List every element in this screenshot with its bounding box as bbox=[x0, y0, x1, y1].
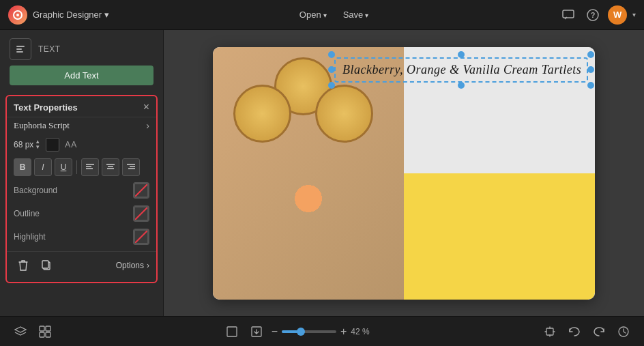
tp-italic-button[interactable]: I bbox=[34, 158, 52, 176]
zoom-plus-button[interactable]: + bbox=[340, 326, 347, 338]
comment-button[interactable] bbox=[559, 5, 578, 25]
clock-button[interactable] bbox=[614, 322, 633, 341]
tp-format-row: B I U bbox=[7, 156, 156, 179]
svg-rect-2 bbox=[563, 10, 574, 18]
svg-rect-25 bbox=[546, 328, 553, 335]
svg-rect-20 bbox=[46, 326, 50, 331]
open-button[interactable]: Open bbox=[293, 7, 334, 23]
main-area: TEXT Add Text Text Properties × Euphoria… bbox=[0, 30, 644, 316]
crop-button[interactable] bbox=[222, 322, 241, 341]
zoom-slider-fill bbox=[282, 330, 298, 333]
text-properties-panel: Text Properties × Euphoria Script › 68 p… bbox=[5, 95, 158, 283]
tp-outline-label: Outline bbox=[14, 209, 40, 218]
zoom-minus-button[interactable]: − bbox=[272, 326, 278, 338]
tp-align-left-button[interactable] bbox=[81, 158, 99, 176]
tp-bottom-icons bbox=[14, 256, 56, 275]
tp-size-stepper[interactable]: ▲▼ bbox=[35, 139, 40, 150]
svg-rect-22 bbox=[46, 332, 50, 337]
tp-underline-button[interactable]: U bbox=[55, 158, 72, 176]
svg-point-1 bbox=[16, 14, 19, 16]
add-text-button[interactable]: Add Text bbox=[10, 66, 153, 85]
handle-bottom-left[interactable] bbox=[328, 82, 335, 89]
bottom-right-controls bbox=[540, 322, 633, 341]
handle-right-middle[interactable] bbox=[587, 66, 594, 73]
app-logo[interactable] bbox=[8, 5, 27, 25]
tp-color-swatch[interactable] bbox=[46, 138, 59, 152]
tp-options-button[interactable]: Options › bbox=[116, 261, 149, 270]
app-name-chevron: ▾ bbox=[104, 10, 109, 20]
bottom-left-controls bbox=[11, 322, 55, 341]
tp-bold-button[interactable]: B bbox=[14, 158, 31, 176]
tp-font-name: Euphoria Script bbox=[14, 120, 70, 131]
sidebar-section-label: TEXT bbox=[38, 44, 61, 54]
canvas-bottom-right bbox=[404, 173, 595, 300]
bottom-bar: − + 42 % bbox=[0, 316, 644, 346]
zoom-bar: − + 42 % bbox=[272, 326, 373, 338]
zoom-percentage: 42 % bbox=[351, 327, 372, 336]
handle-left-middle[interactable] bbox=[328, 66, 335, 73]
sidebar: TEXT Add Text Text Properties × Euphoria… bbox=[0, 30, 164, 316]
tp-close-button[interactable]: × bbox=[143, 102, 149, 113]
canvas-text-handles bbox=[332, 55, 591, 85]
open-chevron bbox=[323, 10, 327, 20]
svg-rect-21 bbox=[40, 332, 44, 337]
tp-highlight-swatch[interactable] bbox=[133, 229, 149, 245]
topnav: Graphic Designer ▾ Open Save ? W ▾ bbox=[0, 0, 644, 30]
handle-bottom-middle[interactable] bbox=[458, 82, 465, 89]
layers-button[interactable] bbox=[11, 322, 30, 341]
svg-rect-7 bbox=[16, 51, 23, 53]
save-chevron bbox=[365, 10, 368, 20]
avatar-chevron: ▾ bbox=[632, 11, 636, 18]
svg-rect-19 bbox=[40, 326, 44, 331]
handle-top-left[interactable] bbox=[328, 51, 335, 58]
grid-button[interactable] bbox=[35, 322, 55, 341]
help-button[interactable]: ? bbox=[583, 5, 602, 25]
handle-bottom-right[interactable] bbox=[587, 82, 594, 89]
tp-highlight-label: Highlight bbox=[14, 232, 46, 242]
tp-bottom-row: Options › bbox=[7, 251, 156, 276]
tp-size-row: 68 px ▲▼ AA bbox=[7, 134, 156, 156]
export-button[interactable] bbox=[247, 322, 266, 341]
save-button[interactable]: Save bbox=[336, 7, 376, 23]
tp-background-row: Background bbox=[7, 179, 156, 202]
svg-rect-23 bbox=[227, 327, 237, 336]
app-name-label: Graphic Designer bbox=[33, 10, 102, 20]
svg-rect-18 bbox=[42, 261, 48, 268]
tp-outline-row: Outline bbox=[7, 202, 156, 225]
bottom-center-controls: − + 42 % bbox=[222, 322, 373, 341]
canvas-text-overlay[interactable]: Blackberry, Orange & Vanilla Cream Tartl… bbox=[334, 57, 588, 83]
tp-align-center-button[interactable] bbox=[102, 158, 119, 176]
zoom-slider-track[interactable] bbox=[282, 330, 336, 333]
svg-rect-6 bbox=[16, 48, 22, 50]
tp-header: Text Properties × bbox=[7, 96, 156, 117]
tp-highlight-row: Highlight bbox=[7, 225, 156, 248]
svg-rect-5 bbox=[16, 46, 25, 47]
handle-top-right[interactable] bbox=[587, 51, 594, 58]
tp-background-swatch[interactable] bbox=[133, 182, 149, 199]
zoom-slider-thumb[interactable] bbox=[297, 328, 305, 336]
canvas-container: Blackberry, Orange & Vanilla Cream Tartl… bbox=[213, 47, 595, 300]
tp-aa-label: AA bbox=[65, 140, 77, 149]
resize-button[interactable] bbox=[540, 322, 559, 341]
tp-delete-button[interactable] bbox=[14, 256, 33, 275]
tart-3 bbox=[315, 85, 373, 143]
tart-2 bbox=[233, 85, 291, 143]
tp-outline-swatch[interactable] bbox=[133, 205, 149, 222]
text-section-icon bbox=[10, 38, 31, 60]
tp-title: Text Properties bbox=[14, 102, 78, 113]
handle-top-middle[interactable] bbox=[458, 51, 465, 58]
sidebar-top: TEXT bbox=[0, 30, 163, 66]
tp-font-row: Euphoria Script › bbox=[7, 117, 156, 134]
undo-button[interactable] bbox=[565, 322, 584, 341]
tp-duplicate-button[interactable] bbox=[37, 256, 56, 275]
app-name-dropdown[interactable]: Graphic Designer ▾ bbox=[33, 10, 109, 20]
tp-divider-1 bbox=[76, 160, 77, 174]
svg-text:?: ? bbox=[591, 11, 596, 19]
tp-font-expand-button[interactable]: › bbox=[146, 120, 149, 131]
redo-button[interactable] bbox=[589, 322, 609, 341]
tp-background-label: Background bbox=[14, 186, 57, 195]
canvas-area: Blackberry, Orange & Vanilla Cream Tartl… bbox=[164, 30, 644, 316]
tp-align-right-button[interactable] bbox=[122, 158, 140, 176]
tp-font-size-display: 68 px ▲▼ bbox=[14, 139, 40, 150]
user-avatar[interactable]: W bbox=[608, 5, 627, 25]
